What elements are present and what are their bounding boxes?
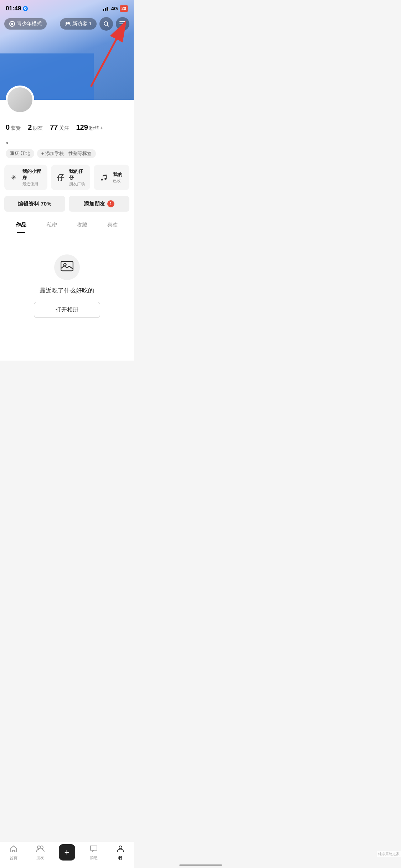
mini-program-icon: ✳ <box>9 172 19 183</box>
svg-rect-6 <box>119 26 126 26</box>
svg-point-0 <box>66 22 68 24</box>
location-icon <box>23 6 28 11</box>
empty-icon-wrap <box>54 254 80 280</box>
pet-icon: 仔 <box>55 172 66 183</box>
hero-background <box>0 0 134 100</box>
stat-likes: 0 获赞 <box>6 123 21 131</box>
header-nav: 青少年模式 新访客 1 <box>0 17 134 31</box>
battery-indicator: 20 <box>120 5 128 12</box>
tab-works[interactable]: 作品 <box>6 217 36 233</box>
tab-private[interactable]: 私密 <box>36 217 67 233</box>
add-friend-badge: 1 <box>107 200 114 207</box>
status-right: 4G 20 <box>103 5 128 12</box>
signal-bars <box>103 7 109 11</box>
stat-following[interactable]: 77 关注 <box>50 123 69 131</box>
add-friend-button[interactable]: 添加朋友 1 <box>69 196 130 212</box>
youth-mode-button[interactable]: 青少年模式 <box>4 18 47 30</box>
feature-pet[interactable]: 仔 我的仔仔 朋友广场 <box>51 165 90 190</box>
add-tag-button[interactable]: + 添加学校、性别等标签 <box>37 149 96 158</box>
header-right-actions: 新访客 1 <box>60 17 129 31</box>
youth-mode-icon <box>9 21 15 27</box>
open-album-button[interactable]: 打开相册 <box>34 302 100 318</box>
svg-rect-4 <box>119 21 126 22</box>
tags-row: 重庆·江北 + 添加学校、性别等标签 <box>0 148 134 162</box>
bio-text: 。 <box>0 135 134 148</box>
svg-rect-5 <box>119 24 126 24</box>
stat-friends[interactable]: 2 朋友 <box>28 123 43 131</box>
avatar[interactable] <box>6 86 34 114</box>
status-time: 01:49 <box>6 5 28 12</box>
empty-state: 最近吃了什么好吃的 打开相册 <box>0 233 134 332</box>
stat-followers[interactable]: 129 粉丝 + <box>76 123 103 131</box>
image-placeholder-icon <box>61 260 73 274</box>
action-buttons: 编辑资料 70% 添加朋友 1 <box>0 195 134 217</box>
edit-profile-button[interactable]: 编辑资料 70% <box>4 196 65 212</box>
feature-cards: ✳ 我的小程序 最近使用 仔 我的仔仔 朋友广场 我的 已收 <box>0 162 134 195</box>
profile-content: 0 获赞 2 朋友 77 关注 129 粉丝 + 。 重庆·江北 + 添加学校、… <box>0 100 134 361</box>
location-tag: 重庆·江北 <box>6 149 34 158</box>
feature-music[interactable]: 我的 已收 <box>94 165 129 190</box>
svg-line-3 <box>107 25 109 26</box>
svg-point-2 <box>104 22 108 25</box>
search-button[interactable] <box>99 17 113 31</box>
stats-row: 0 获赞 2 朋友 77 关注 129 粉丝 + <box>0 118 134 135</box>
music-icon <box>98 172 109 183</box>
svg-point-1 <box>68 22 70 24</box>
content-tabs: 作品 私密 收藏 喜欢 <box>0 217 134 233</box>
avatar-container <box>6 86 34 114</box>
svg-rect-9 <box>61 262 73 271</box>
tab-favorites[interactable]: 收藏 <box>67 217 98 233</box>
feature-mini-program[interactable]: ✳ 我的小程序 最近使用 <box>4 165 47 190</box>
menu-button[interactable] <box>116 17 129 31</box>
empty-prompt: 最近吃了什么好吃的 <box>40 286 94 295</box>
tab-likes[interactable]: 喜欢 <box>97 217 128 233</box>
visitor-button[interactable]: 新访客 1 <box>60 18 97 30</box>
status-bar: 01:49 4G 20 <box>0 0 134 15</box>
